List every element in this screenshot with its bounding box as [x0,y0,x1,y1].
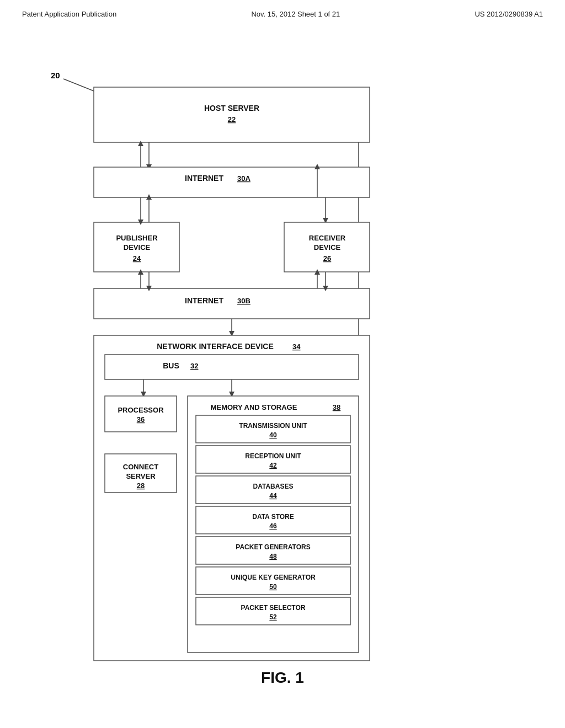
svg-rect-47 [105,355,359,379]
svg-text:42: 42 [269,462,277,469]
svg-text:DEVICE: DEVICE [124,243,151,251]
svg-rect-67 [196,446,350,473]
svg-text:44: 44 [269,492,277,500]
svg-rect-54 [105,396,177,432]
svg-text:HOST SERVER: HOST SERVER [204,104,259,113]
svg-text:36: 36 [137,415,145,424]
header-middle: Nov. 15, 2012 Sheet 1 of 21 [251,10,340,18]
svg-rect-73 [196,506,350,534]
svg-marker-12 [323,218,328,223]
svg-text:PUBLISHER: PUBLISHER [116,234,158,242]
svg-marker-28 [138,220,143,225]
header-right: US 2012/0290839 A1 [475,10,543,18]
svg-text:30B: 30B [237,297,250,305]
svg-text:BUS: BUS [163,361,179,370]
svg-text:DATA STORE: DATA STORE [252,513,294,521]
svg-marker-53 [229,392,234,397]
svg-rect-79 [196,567,350,595]
svg-text:PACKET GENERATORS: PACKET GENERATORS [236,543,310,551]
svg-text:22: 22 [228,115,236,124]
svg-text:UNIQUE KEY GENERATOR: UNIQUE KEY GENERATOR [231,574,316,581]
svg-text:32: 32 [190,362,198,370]
label-20: 20 [51,71,60,80]
svg-text:RECEPTION UNIT: RECEPTION UNIT [245,452,301,460]
svg-marker-37 [323,286,328,291]
svg-rect-82 [196,597,350,625]
svg-text:38: 38 [333,403,340,411]
svg-text:50: 50 [269,583,277,591]
svg-text:34: 34 [292,342,301,351]
svg-marker-43 [229,331,234,336]
svg-rect-70 [196,476,350,504]
svg-marker-51 [141,392,146,397]
svg-rect-1 [94,87,370,142]
svg-rect-64 [196,415,350,443]
page-header: Patent Application Publication Nov. 15, … [0,0,565,24]
svg-text:DEVICE: DEVICE [314,243,341,251]
svg-text:24: 24 [133,254,141,263]
svg-marker-33 [146,286,152,291]
svg-text:46: 46 [269,522,277,530]
svg-rect-17 [94,222,179,272]
svg-text:52: 52 [269,613,277,621]
svg-text:PACKET SELECTOR: PACKET SELECTOR [241,604,306,612]
svg-text:TRANSMISSION UNIT: TRANSMISSION UNIT [239,422,307,430]
svg-rect-76 [196,537,350,564]
svg-rect-57 [105,454,177,493]
svg-rect-44 [94,335,370,661]
svg-marker-5 [146,164,152,170]
svg-rect-21 [284,222,370,272]
svg-rect-61 [188,396,359,652]
svg-text:26: 26 [323,254,331,263]
svg-text:40: 40 [269,431,277,439]
svg-rect-8 [94,167,370,197]
svg-text:DATABASES: DATABASES [253,483,294,490]
header-left: Patent Application Publication [22,10,116,18]
svg-text:INTERNET: INTERNET [185,174,223,183]
svg-text:NETWORK INTERFACE DEVICE: NETWORK INTERFACE DEVICE [157,342,274,351]
svg-marker-7 [138,141,143,146]
svg-text:28: 28 [137,481,145,490]
svg-marker-39 [315,269,320,275]
svg-line-0 [63,79,105,95]
svg-text:PROCESSOR: PROCESSOR [118,406,164,414]
svg-text:30A: 30A [237,174,250,183]
svg-rect-29 [94,288,370,319]
svg-marker-26 [146,194,152,200]
svg-text:MEMORY AND STORAGE: MEMORY AND STORAGE [211,403,297,411]
svg-marker-14 [315,164,320,169]
svg-text:INTERNET: INTERNET [185,296,223,305]
svg-text:RECEIVER: RECEIVER [309,234,346,242]
svg-marker-35 [138,269,143,275]
svg-text:CONNECT: CONNECT [123,463,158,471]
diagram-svg: HOST SERVER 22 INTERNET 30A PUBLISHER DE… [0,24,565,702]
svg-text:SERVER: SERVER [126,472,156,480]
svg-text:48: 48 [269,553,277,560]
